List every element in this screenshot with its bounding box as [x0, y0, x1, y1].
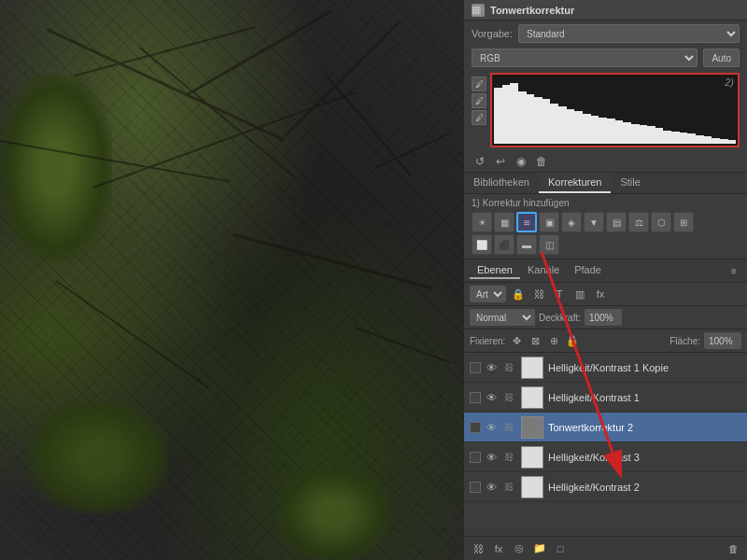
layer-checkbox[interactable]	[470, 422, 481, 433]
layer-eye-toggle[interactable]: 👁	[484, 420, 499, 435]
art-select[interactable]: Art	[470, 286, 506, 302]
tab-pfade[interactable]: Pfade	[567, 262, 609, 279]
hist-bar-20	[655, 128, 664, 144]
korrektur-gradient-map[interactable]: ▬	[516, 234, 537, 255]
layer-thumbnail	[521, 357, 543, 379]
korrektur-icons-row2: ⬜ ⬛ ▬ ◫	[472, 234, 740, 255]
tab-stile[interactable]: Stile	[611, 173, 649, 193]
korrektur-bw[interactable]: ⚖	[628, 212, 649, 232]
korrektur-exposure[interactable]: ▣	[539, 212, 559, 232]
histogram-container: 🖊 🖊 🖊 2)	[472, 73, 740, 147]
main-layout: ▦ Tonwertkorrektur Vorgabe: Standard RGB…	[0, 0, 747, 560]
hist-bar-11	[583, 114, 591, 144]
hist-bar-22	[671, 132, 680, 144]
korrektur-selective-color[interactable]: ◫	[539, 234, 559, 255]
histogram-bars	[492, 75, 738, 146]
hist-clip-button[interactable]: ◉	[513, 153, 529, 170]
fix-move-button[interactable]: ✥	[509, 333, 524, 348]
layer-checkbox[interactable]	[470, 452, 481, 463]
korrektur-brightness[interactable]: ☀	[472, 212, 492, 232]
new-layer-button[interactable]: □	[552, 540, 569, 557]
korrektur-color-balance[interactable]: ▤	[606, 212, 627, 232]
delete-layer-button[interactable]: 🗑	[725, 540, 741, 557]
photo-background	[0, 0, 464, 560]
fix-position-button[interactable]: ⊕	[546, 333, 561, 348]
eyedropper-white[interactable]: 🖊	[472, 110, 486, 125]
right-panel: ▦ Tonwertkorrektur Vorgabe: Standard RGB…	[464, 0, 747, 560]
channel-select[interactable]: RGB	[472, 49, 698, 67]
korrektur-levels[interactable]: ▦	[494, 212, 514, 232]
lock-button[interactable]: 🔒	[510, 286, 527, 302]
layer-chain-icon: ⛓	[501, 420, 516, 435]
histogram-box: 2)	[490, 73, 740, 147]
korrektur-curves[interactable]: ≋	[516, 212, 537, 232]
group-tool-button[interactable]: ▥	[571, 286, 588, 302]
korrektur-annotation: 1)	[472, 198, 480, 208]
hist-bar-17	[631, 124, 640, 144]
korrektur-vibrance[interactable]: ◈	[561, 212, 582, 232]
link-tool-button[interactable]: ⛓	[530, 286, 547, 302]
hist-undo-button[interactable]: ↩	[492, 153, 509, 170]
new-group-button[interactable]: 📁	[531, 540, 548, 557]
layer-row[interactable]: 👁 ⛓ Helligkeit/Kontrast 3	[464, 442, 747, 472]
add-style-button[interactable]: fx	[490, 540, 507, 557]
bottom-toolbar: ⛓ fx ◎ 📁 □ 🗑	[464, 536, 747, 560]
korrektur-posterize[interactable]: ⬜	[472, 234, 492, 255]
hist-bar-21	[663, 131, 671, 144]
korrektur-photo-filter[interactable]: ⬡	[651, 212, 671, 232]
korrektur-section: 1) Korrektur hinzufügen ☀ ▦ ≋ ▣ ◈ ▼ ▤ ⚖ …	[464, 194, 747, 259]
hist-bar-26	[704, 136, 712, 144]
add-mask-button[interactable]: ◎	[511, 540, 528, 557]
korrektur-threshold[interactable]: ⬛	[494, 234, 514, 255]
layer-checkbox[interactable]	[470, 392, 481, 403]
panel-tabs: Bibliotheken Korrekturen Stile	[464, 172, 747, 194]
layer-thumbnail	[521, 446, 543, 469]
ebenen-toolbar: Art 🔒 ⛓ T ▥ fx	[464, 283, 747, 306]
hist-bar-24	[687, 133, 696, 144]
tab-korrekturen[interactable]: Korrekturen	[539, 173, 611, 193]
fix-lock-button[interactable]: 🔓	[565, 333, 580, 348]
tab-kanaele[interactable]: Kanäle	[520, 262, 567, 279]
branches-overlay	[0, 0, 464, 560]
layer-row[interactable]: 👁 ⛓ Tonwertkorrektur 2	[464, 413, 747, 442]
layer-row[interactable]: 👁 ⛓ Helligkeit/Kontrast 2	[464, 472, 747, 502]
vorgabe-label: Vorgabe:	[472, 28, 513, 39]
layer-eye-toggle[interactable]: 👁	[484, 360, 499, 375]
ebenen-menu-button[interactable]: ≡	[726, 263, 741, 278]
fix-pixel-button[interactable]: ⊠	[528, 333, 543, 348]
layer-chain-icon: ⛓	[501, 390, 516, 405]
layer-eye-toggle[interactable]: 👁	[484, 450, 499, 465]
vorgabe-select[interactable]: Standard	[518, 24, 740, 43]
hist-bar-0	[494, 88, 502, 144]
histogram-label: 2)	[725, 77, 734, 88]
korrektur-channel-mixer[interactable]: ⊞	[673, 212, 694, 232]
tab-ebenen[interactable]: Ebenen	[470, 262, 520, 279]
hist-trash-button[interactable]: 🗑	[533, 153, 550, 170]
layer-row[interactable]: 👁 ⛓ Helligkeit/Kontrast 1	[464, 383, 747, 413]
layer-eye-toggle[interactable]: 👁	[484, 480, 499, 495]
ebenen-header: Ebenen Kanäle Pfade ≡	[464, 259, 747, 283]
flaeche-input[interactable]	[704, 332, 741, 349]
link-layers-button[interactable]: ⛓	[470, 540, 486, 557]
hist-bar-2	[510, 83, 518, 144]
hist-bar-7	[550, 104, 558, 144]
opacity-input[interactable]	[585, 309, 622, 326]
layer-checkbox[interactable]	[470, 362, 481, 373]
type-tool-button[interactable]: T	[551, 286, 568, 302]
eyedropper-gray[interactable]: 🖊	[472, 93, 486, 108]
tab-bibliotheken[interactable]: Bibliotheken	[464, 173, 539, 193]
layer-checkbox[interactable]	[470, 482, 481, 493]
hist-reset-button[interactable]: ↺	[472, 153, 488, 170]
fx-tool-button[interactable]: fx	[592, 286, 609, 302]
vorgabe-row: Vorgabe: Standard	[464, 21, 747, 47]
korrektur-title: 1) Korrektur hinzufügen	[472, 198, 740, 208]
korrektur-hsl[interactable]: ▼	[584, 212, 604, 232]
blend-mode-select[interactable]: Normal	[470, 309, 535, 326]
layer-eye-toggle[interactable]: 👁	[484, 390, 499, 405]
layer-row[interactable]: 👁 ⛓ Helligkeit/Kontrast 1 Kopie	[464, 353, 747, 383]
eyedropper-black[interactable]: 🖊	[472, 77, 486, 91]
hist-bar-14	[607, 119, 615, 144]
hist-bar-12	[591, 116, 599, 144]
auto-button[interactable]: Auto	[703, 49, 740, 67]
tone-header-title: Tonwertkorrektur	[490, 5, 574, 16]
